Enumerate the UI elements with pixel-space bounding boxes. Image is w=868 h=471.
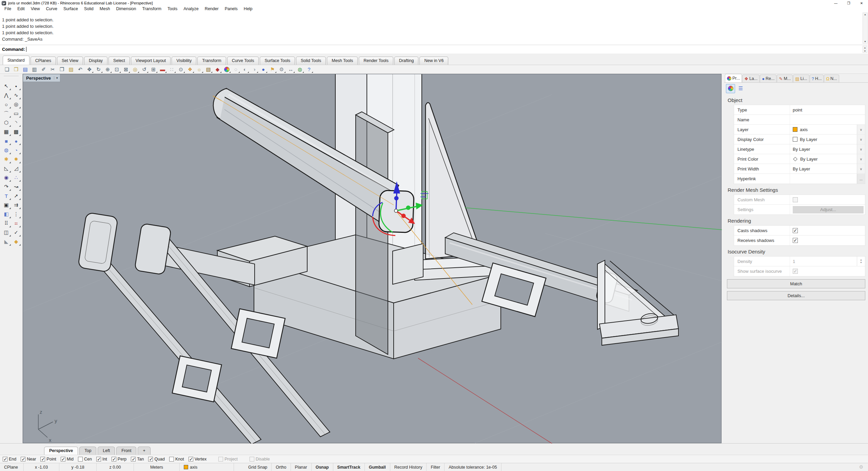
revolve-icon[interactable]: ◔ <box>12 146 21 155</box>
lock-icon[interactable]: ▧ <box>204 65 213 73</box>
osnap-checkbox[interactable] <box>96 457 101 462</box>
properties-tab[interactable]: Pr... <box>725 74 742 82</box>
zoom-selected-icon[interactable]: ◎ <box>131 65 139 73</box>
plugin-icon[interactable]: ✱ <box>2 155 11 164</box>
display-color-select[interactable]: By Layer <box>790 135 857 144</box>
statusbar-segment[interactable]: Absolute tolerance: 1e-05 <box>445 463 501 471</box>
menu-item[interactable]: Help <box>241 6 256 12</box>
libraries-tab[interactable]: ▨ Li... <box>793 75 809 82</box>
move-icon[interactable]: ➚ <box>12 191 21 200</box>
toolbar-tab[interactable]: New in V6 <box>419 57 448 65</box>
toolbar-grip[interactable] <box>4 76 19 77</box>
paste-icon[interactable]: ▨ <box>67 65 75 73</box>
menu-item[interactable]: Edit <box>14 6 28 12</box>
pyramid-icon[interactable]: ◆ <box>12 237 21 246</box>
single-point-icon[interactable]: • <box>12 82 21 90</box>
help-icon[interactable]: ? <box>305 65 313 73</box>
statusbar-segment[interactable]: Filter <box>427 463 445 471</box>
save-icon[interactable]: ▤ <box>21 65 29 73</box>
print-color-select[interactable]: By Layer <box>790 154 857 164</box>
statusbar-segment[interactable]: CPlane <box>0 463 24 471</box>
annotate-icon[interactable]: ✐ <box>39 65 48 73</box>
rotate-view-icon[interactable]: ↻ <box>94 65 103 73</box>
toolbar-tab[interactable]: Solid Tools <box>296 57 326 65</box>
zoom-extents-icon[interactable]: ⊠ <box>122 65 130 73</box>
osnap-checkbox[interactable] <box>131 457 136 462</box>
prompt-spinner[interactable]: ▲ ▼ <box>863 46 867 53</box>
toolbar-tab[interactable]: Mesh Tools <box>327 57 358 65</box>
print-width-select[interactable]: By Layer <box>790 164 857 173</box>
statusbar-segment[interactable]: z 0.00 <box>97 463 134 471</box>
check-icon[interactable]: ✓ <box>12 228 21 237</box>
osnap-toggle[interactable]: Near <box>21 457 36 462</box>
viewport-tab[interactable]: Left <box>98 447 115 455</box>
statusbar-segment[interactable]: Meters <box>134 463 180 471</box>
menu-item[interactable]: File <box>1 6 14 12</box>
toolbar-tab[interactable]: Select <box>108 57 130 65</box>
notifications-tab[interactable]: Ω N... <box>824 75 839 82</box>
hyperlink-browse-button[interactable]: ... <box>857 174 865 184</box>
menu-item[interactable]: Render <box>202 6 222 12</box>
osnap-checkbox[interactable] <box>169 457 174 462</box>
array-grid-icon[interactable]: ⠿ <box>2 219 11 228</box>
osnap-checkbox[interactable] <box>61 457 65 462</box>
shaded-sphere-icon[interactable]: ◐ <box>241 65 249 73</box>
menu-item[interactable]: Tools <box>164 6 180 12</box>
osnap-toggle[interactable]: Vertex <box>189 457 206 462</box>
object-details-button[interactable]: ☰ <box>736 84 745 93</box>
toolbar-tab[interactable]: Curve Tools <box>227 57 259 65</box>
statusbar-segment[interactable]: x -1.03 <box>24 463 59 471</box>
statusbar-segment[interactable]: Planar <box>291 463 312 471</box>
control-point-curve-icon[interactable]: ⋀ <box>2 91 11 100</box>
curve-handles-icon[interactable]: ◝ <box>12 118 21 127</box>
osnap-checkbox[interactable] <box>148 457 153 462</box>
named-selection-icon[interactable]: ❖ <box>186 65 194 73</box>
chevron-down-icon[interactable]: ∨ <box>857 144 865 154</box>
pan-icon[interactable]: ✥ <box>85 65 94 73</box>
dimension-icon[interactable]: ↔ <box>287 65 295 73</box>
menu-item[interactable]: Panels <box>222 6 241 12</box>
rendered-sphere-icon[interactable]: ● <box>259 65 268 73</box>
osnap-toggle[interactable]: Tan <box>131 457 144 462</box>
toolbar-tab[interactable]: Viewport Layout <box>131 57 171 65</box>
panel-splitter[interactable] <box>722 74 724 443</box>
chevron-down-icon[interactable]: ∨ <box>857 125 865 134</box>
toolbar-tab[interactable]: Standard <box>3 56 29 65</box>
arc-icon[interactable]: ⌒ <box>2 109 11 118</box>
layer-select[interactable]: axis <box>790 125 857 134</box>
details-button[interactable]: Details... <box>727 291 865 300</box>
menu-item[interactable]: Solid <box>81 6 97 12</box>
boolean-icon[interactable]: ◉ <box>2 173 11 182</box>
rectangle-icon[interactable]: ▭ <box>12 109 21 118</box>
osnap-checkbox[interactable] <box>112 457 116 462</box>
osnap-toggle[interactable]: Mid <box>61 457 74 462</box>
toolbar-tab[interactable]: Surface Tools <box>260 57 295 65</box>
select-cursor-icon[interactable]: ↖ <box>2 82 11 90</box>
solid-tools-icon[interactable]: ◧ <box>2 210 11 219</box>
chevron-down-icon[interactable]: ∨ <box>857 135 865 144</box>
name-input[interactable] <box>790 115 865 124</box>
toolbar-tab[interactable]: Set View <box>57 57 83 65</box>
toolbar-tab[interactable]: Render Tools <box>359 57 393 65</box>
explode-icon[interactable]: ✹ <box>12 155 21 164</box>
statusbar-segment[interactable]: Gumball <box>365 463 390 471</box>
spin-down-icon[interactable]: ▼ <box>864 49 866 53</box>
osnap-toggle[interactable]: Cen <box>78 457 92 462</box>
menu-item[interactable]: Dimension <box>113 6 139 12</box>
statusbar-segment[interactable]: axis <box>180 463 234 471</box>
help-tab[interactable]: ? H... <box>810 75 824 82</box>
split-icon[interactable]: ◿ <box>12 164 21 173</box>
osnap-toggle[interactable]: Point <box>40 457 56 462</box>
display-mode-icon[interactable]: ◆ <box>213 65 222 73</box>
statusbar-segment[interactable]: Grid Snap <box>244 463 272 471</box>
array-linear-icon[interactable]: ⠶ <box>12 219 21 228</box>
new-file-icon[interactable]: ❏ <box>3 65 11 73</box>
ellipse-icon[interactable]: ◎ <box>12 100 21 109</box>
text-icon[interactable]: T <box>2 191 11 200</box>
match-button[interactable]: Match <box>727 279 865 288</box>
menu-item[interactable]: Transform <box>139 6 164 12</box>
osnap-toggle[interactable]: Quad <box>148 457 165 462</box>
surface-points-icon[interactable]: ▦ <box>2 127 11 136</box>
toolbar-tab[interactable]: Display <box>84 57 107 65</box>
patch-icon[interactable]: ▩ <box>12 127 21 136</box>
